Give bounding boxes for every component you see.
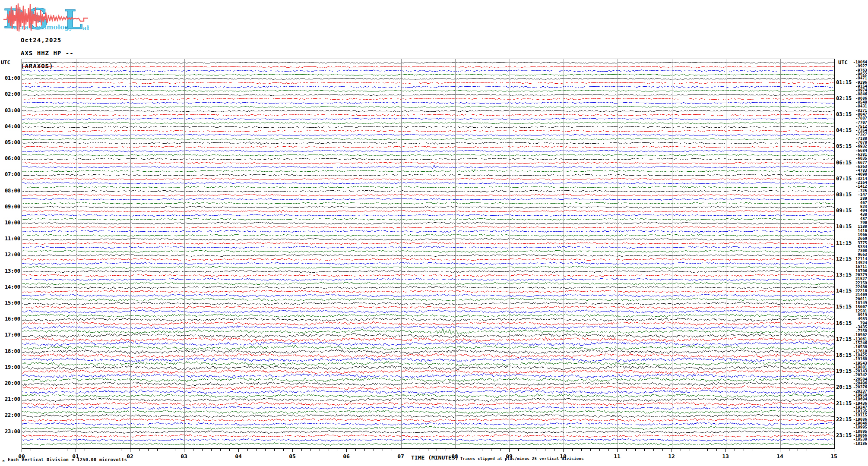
minute-gridline — [455, 59, 456, 448]
x-major-tick — [563, 449, 564, 452]
x-minor-tick — [500, 449, 501, 451]
hour-label-left: 19:00 — [0, 364, 20, 370]
hour-label-left: 21:00 — [0, 396, 20, 402]
x-minor-tick — [211, 449, 212, 451]
hour-label-left: 17:00 — [0, 332, 20, 338]
x-minor-tick — [31, 449, 31, 451]
x-major-tick — [238, 449, 239, 452]
x-minor-tick — [482, 449, 482, 451]
hour-label-left: 20:00 — [0, 380, 20, 386]
x-minor-tick — [789, 449, 789, 451]
x-minor-tick — [491, 449, 491, 451]
x-minor-tick — [58, 449, 58, 451]
minute-gridline — [780, 59, 781, 448]
header-date: Oct24,2025 — [21, 37, 61, 44]
x-minor-tick — [274, 449, 275, 451]
x-minor-tick — [635, 449, 636, 451]
logo-word-ab: ab — [82, 24, 89, 32]
x-minor-tick — [437, 449, 437, 451]
hour-label-left: 13:00 — [0, 268, 20, 274]
hour-label-left: 03:00 — [0, 107, 20, 113]
x-major-tick — [130, 449, 130, 452]
time-axis-title: TIME (MINUTES) — [411, 454, 459, 461]
x-minor-tick — [112, 449, 112, 451]
x-minor-tick — [301, 449, 302, 451]
hour-label-left: 06:00 — [0, 155, 20, 161]
x-major-tick — [346, 449, 347, 452]
x-major-tick — [617, 449, 618, 452]
minute-gridline — [618, 59, 618, 448]
x-minor-tick — [392, 449, 392, 451]
minute-gridline — [510, 59, 510, 448]
minute-gridline — [401, 59, 402, 448]
plot-area — [22, 59, 835, 449]
x-minor-tick — [581, 449, 582, 451]
x-minor-tick — [816, 449, 816, 451]
x-axis-label: 12 — [663, 453, 680, 460]
x-minor-tick — [626, 449, 627, 451]
x-major-tick — [780, 449, 780, 452]
x-minor-tick — [148, 449, 149, 451]
x-major-tick — [455, 449, 455, 452]
x-axis-label: 04 — [230, 453, 247, 460]
hour-label-left: 22:00 — [0, 412, 20, 418]
x-minor-tick — [329, 449, 329, 451]
x-major-tick — [401, 449, 401, 452]
x-minor-tick — [94, 449, 94, 451]
hour-label-left: 16:00 — [0, 316, 20, 322]
x-minor-tick — [121, 449, 121, 451]
footer-mark: M — [3, 460, 4, 463]
x-minor-tick — [464, 449, 464, 451]
x-minor-tick — [383, 449, 383, 451]
x-minor-tick — [753, 449, 753, 451]
x-minor-tick — [545, 449, 545, 451]
x-minor-tick — [193, 449, 193, 451]
x-minor-tick — [310, 449, 311, 451]
x-minor-tick — [256, 449, 257, 451]
x-minor-tick — [364, 449, 365, 451]
x-minor-tick — [644, 449, 645, 451]
x-major-tick — [834, 449, 834, 452]
x-minor-tick — [771, 449, 771, 451]
x-minor-tick — [653, 449, 654, 451]
x-minor-tick — [355, 449, 356, 451]
x-minor-tick — [265, 449, 266, 451]
psl-logo: P atras S eismology L ab — [3, 2, 89, 34]
minute-gridline — [293, 59, 293, 448]
hour-label-left: 01:00 — [0, 75, 20, 81]
minute-gridline — [347, 59, 347, 448]
hour-label-left: 02:00 — [0, 91, 20, 97]
x-minor-tick — [157, 449, 158, 451]
hour-label-left: 08:00 — [0, 188, 20, 194]
x-minor-tick — [825, 449, 825, 451]
x-minor-tick — [49, 449, 49, 451]
x-minor-tick — [735, 449, 735, 451]
x-minor-tick — [527, 449, 527, 451]
x-minor-tick — [608, 449, 609, 451]
x-minor-tick — [762, 449, 762, 451]
hour-label-left: 04:00 — [0, 123, 20, 129]
x-minor-tick — [572, 449, 573, 451]
x-axis-label: 14 — [771, 453, 789, 460]
x-minor-tick — [662, 449, 663, 451]
minute-gridline — [130, 59, 131, 448]
hour-label-left: 14:00 — [0, 284, 20, 290]
hour-label-left: 15:00 — [0, 300, 20, 306]
hour-label-left: 12:00 — [0, 252, 20, 258]
x-axis-label: 11 — [608, 453, 626, 460]
x-minor-tick — [175, 449, 175, 451]
utc-label-left: UTC — [1, 60, 10, 66]
trace-canvas — [22, 59, 834, 448]
header-station-code: AXS HHZ HP -- — [21, 50, 74, 57]
x-axis-label: 03 — [175, 453, 193, 460]
x-major-tick — [76, 449, 76, 452]
x-minor-tick — [247, 449, 248, 451]
x-axis-label: 05 — [284, 453, 301, 460]
hour-label-left: 09:00 — [0, 204, 20, 210]
x-minor-tick — [428, 449, 428, 451]
x-minor-tick — [554, 449, 554, 451]
minute-gridline — [184, 59, 185, 448]
x-minor-tick — [681, 449, 681, 451]
x-minor-tick — [139, 449, 139, 451]
x-minor-tick — [590, 449, 591, 451]
